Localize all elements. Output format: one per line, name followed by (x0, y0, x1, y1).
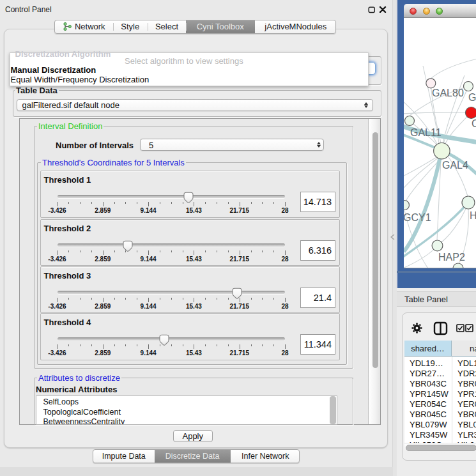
svg-text:GA: GA (468, 92, 476, 103)
svg-text:C: C (472, 118, 476, 129)
svg-text:GAL11: GAL11 (410, 127, 441, 138)
svg-text:HAP2: HAP2 (438, 252, 465, 263)
svg-text:GAL80: GAL80 (432, 88, 464, 98)
svg-text:H: H (470, 210, 476, 221)
svg-text:GCY1: GCY1 (404, 212, 431, 223)
svg-text:GAL4: GAL4 (442, 160, 468, 171)
